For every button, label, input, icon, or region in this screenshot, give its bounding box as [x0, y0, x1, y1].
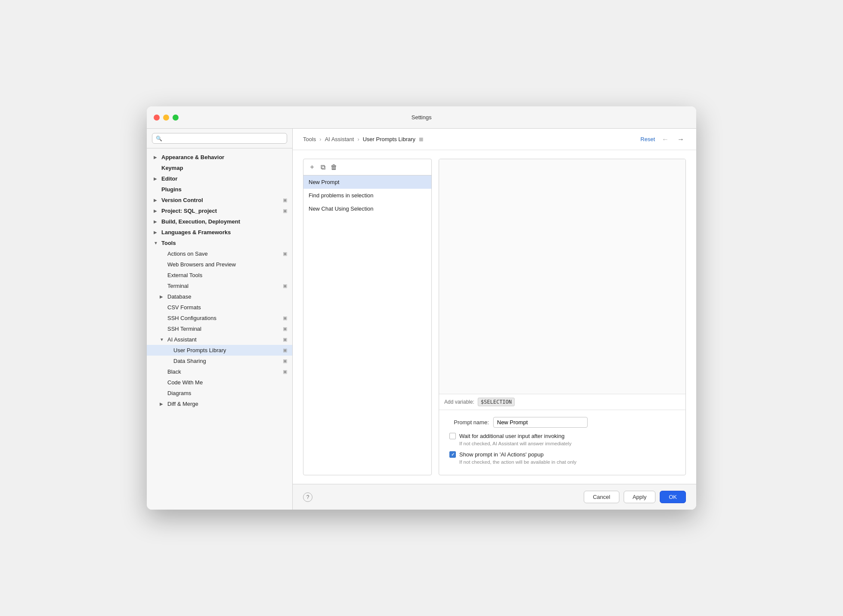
bottom-bar: ? Cancel Apply OK	[293, 484, 696, 510]
chevron-icon: ▶	[154, 155, 160, 160]
window-title: Settings	[412, 114, 432, 121]
sidebar-item-label: CSV Formats	[167, 304, 287, 311]
sidebar-item-black[interactable]: Black ▣	[147, 366, 292, 377]
breadcrumb-tools[interactable]: Tools	[303, 136, 316, 142]
sidebar-item-csv-formats[interactable]: CSV Formats	[147, 302, 292, 313]
sidebar-item-label: Actions on Save	[167, 251, 281, 257]
help-button[interactable]: ?	[303, 492, 312, 502]
sidebar-item-label: SSH Terminal	[167, 326, 281, 332]
sidebar-item-version-control[interactable]: ▶ Version Control ▣	[147, 195, 292, 205]
sidebar-item-editor[interactable]: ▶ Editor	[147, 173, 292, 184]
chevron-icon: ▼	[160, 337, 166, 342]
sidebar-item-user-prompts-library[interactable]: User Prompts Library ▣	[147, 345, 292, 356]
sidebar-item-build[interactable]: ▶ Build, Execution, Deployment	[147, 216, 292, 227]
sidebar-item-label: AI Assistant	[167, 336, 281, 343]
sidebar-item-external-tools[interactable]: External Tools	[147, 270, 292, 281]
close-button[interactable]	[154, 115, 160, 121]
prompt-text-area[interactable]	[439, 159, 685, 394]
prompt-name-row: Prompt name:	[446, 417, 679, 428]
prompts-list: New Prompt Find problems in selection Ne…	[303, 175, 431, 475]
search-bar: 🔍	[147, 129, 292, 148]
sidebar-item-label: Version Control	[161, 197, 281, 203]
breadcrumb-menu-icon[interactable]: ▦	[419, 136, 423, 142]
back-button[interactable]: ←	[660, 135, 670, 144]
breadcrumb-sep-2: ›	[358, 136, 359, 142]
sidebar-item-label: Build, Execution, Deployment	[161, 218, 287, 225]
prompt-name-input[interactable]	[493, 417, 588, 428]
chevron-icon: ▼	[154, 241, 160, 245]
sidebar-item-database[interactable]: ▶ Database	[147, 291, 292, 302]
sidebar: 🔍 ▶ Appearance & Behavior Keymap ▶	[147, 129, 293, 510]
forward-button[interactable]: →	[676, 135, 686, 144]
sidebar-item-web-browsers[interactable]: Web Browsers and Preview	[147, 259, 292, 270]
show-popup-hint: If not checked, the action will be avail…	[449, 459, 679, 465]
wait-hint: If not checked, AI Assistant will answer…	[449, 441, 679, 446]
main-layout: 🔍 ▶ Appearance & Behavior Keymap ▶	[147, 129, 696, 510]
sidebar-item-label: External Tools	[167, 272, 287, 278]
chevron-icon: ▶	[160, 294, 166, 299]
add-prompt-button[interactable]: ＋	[307, 162, 317, 172]
sidebar-item-actions-on-save[interactable]: Actions on Save ▣	[147, 248, 292, 259]
sidebar-item-ssh-configurations[interactable]: SSH Configurations ▣	[147, 313, 292, 323]
cancel-button[interactable]: Cancel	[584, 491, 619, 503]
sidebar-item-project[interactable]: ▶ Project: SQL_project ▣	[147, 205, 292, 216]
add-variable-label: Add variable:	[444, 399, 474, 405]
prompt-item-find-problems[interactable]: Find problems in selection	[303, 189, 431, 202]
sidebar-item-appearance[interactable]: ▶ Appearance & Behavior	[147, 152, 292, 163]
wait-checkbox[interactable]	[449, 433, 456, 439]
delete-prompt-button[interactable]: 🗑	[329, 163, 339, 172]
prompts-panel: ＋ ⧉ 🗑 New Prompt Find problems in select…	[303, 159, 432, 475]
chevron-icon: ▶	[154, 198, 160, 202]
search-input-wrapper[interactable]: 🔍	[152, 133, 287, 144]
sidebar-item-label: Tools	[161, 240, 287, 246]
sidebar-item-diff-merge[interactable]: ▶ Diff & Merge	[147, 399, 292, 409]
sidebar-item-languages[interactable]: ▶ Languages & Frameworks	[147, 227, 292, 238]
search-input[interactable]	[165, 135, 283, 142]
copy-prompt-button[interactable]: ⧉	[319, 163, 327, 172]
sidebar-item-tools[interactable]: ▼ Tools	[147, 238, 292, 248]
prompt-item-new-chat[interactable]: New Chat Using Selection	[303, 202, 431, 215]
sidebar-item-label: Terminal	[167, 283, 281, 289]
variable-chip-selection[interactable]: $SELECTION	[478, 398, 515, 406]
breadcrumb-ai-assistant[interactable]: AI Assistant	[325, 136, 354, 142]
show-popup-checkbox-row: Show prompt in 'AI Actions' popup If not…	[446, 451, 679, 465]
content-area: Tools › AI Assistant › User Prompts Libr…	[293, 129, 696, 510]
reset-button[interactable]: Reset	[640, 136, 655, 142]
sidebar-item-label: SSH Configurations	[167, 315, 281, 321]
sidebar-item-plugins[interactable]: Plugins	[147, 184, 292, 195]
prompt-item-new-prompt[interactable]: New Prompt	[303, 175, 431, 189]
sidebar-item-keymap[interactable]: Keymap	[147, 163, 292, 173]
apply-button[interactable]: Apply	[624, 491, 656, 503]
repo-icon: ▣	[283, 197, 287, 203]
minimize-button[interactable]	[163, 115, 169, 121]
chevron-icon: ▶	[154, 176, 160, 181]
repo-icon: ▣	[283, 337, 287, 342]
sidebar-item-label: Data Sharing	[173, 358, 281, 364]
maximize-button[interactable]	[173, 115, 179, 121]
breadcrumb-current: User Prompts Library	[363, 136, 415, 142]
settings-content: ＋ ⧉ 🗑 New Prompt Find problems in select…	[293, 150, 696, 484]
settings-window: Settings 🔍 ▶ Appearance & Behavior	[147, 106, 696, 510]
sidebar-item-terminal[interactable]: Terminal ▣	[147, 281, 292, 291]
wait-checkbox-line: Wait for additional user input after inv…	[449, 433, 679, 439]
sidebar-item-code-with-me[interactable]: Code With Me	[147, 377, 292, 388]
search-icon: 🔍	[156, 136, 162, 142]
breadcrumb-sep-1: ›	[319, 136, 321, 142]
sidebar-item-label: Diagrams	[167, 390, 287, 396]
sidebar-item-diagrams[interactable]: Diagrams	[147, 388, 292, 399]
sidebar-item-label: Languages & Frameworks	[161, 229, 287, 236]
repo-icon: ▣	[283, 326, 287, 332]
repo-icon: ▣	[283, 315, 287, 321]
sidebar-item-ssh-terminal[interactable]: SSH Terminal ▣	[147, 323, 292, 334]
sidebar-item-label: Black	[167, 368, 281, 375]
repo-icon: ▣	[283, 369, 287, 374]
wait-label: Wait for additional user input after inv…	[459, 433, 564, 439]
sidebar-item-label: Editor	[161, 175, 287, 182]
show-popup-checkbox[interactable]	[449, 451, 456, 458]
sidebar-item-label: Project: SQL_project	[161, 208, 281, 214]
ok-button[interactable]: OK	[660, 491, 686, 503]
chevron-icon: ▶	[154, 208, 160, 213]
sidebar-item-data-sharing[interactable]: Data Sharing ▣	[147, 356, 292, 366]
sidebar-item-ai-assistant[interactable]: ▼ AI Assistant ▣	[147, 334, 292, 345]
prompts-toolbar: ＋ ⧉ 🗑	[303, 159, 431, 175]
